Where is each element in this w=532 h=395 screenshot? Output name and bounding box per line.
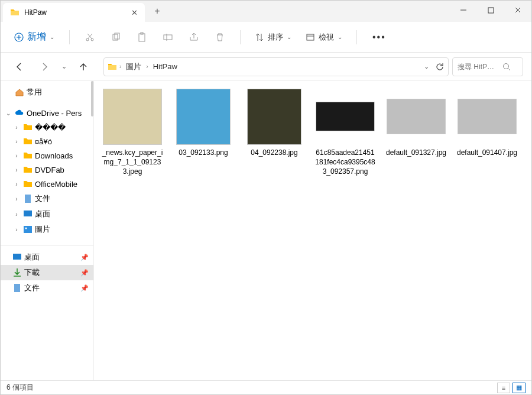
chevron-down-icon: ⌄ [338,34,342,40]
cut-button[interactable] [79,27,100,48]
chevron-down-icon: ⌄ [50,34,54,40]
file-grid: _news.kcy_paper_img_7_1_1_091233.jpeg03_… [101,87,524,177]
close-button[interactable] [504,1,531,20]
breadcrumb-seg[interactable]: HitPaw [151,61,180,72]
file-item[interactable]: default_091407.jpg [456,87,518,177]
sidebar-item-documents-pinned[interactable]: 文件 📌 [1,280,93,296]
more-button[interactable]: ••• [366,30,392,45]
sidebar-item-home[interactable]: 常用 [1,85,93,100]
details-view-button[interactable]: ≡ [497,383,510,393]
file-name: 03_092133.png [179,148,228,157]
expander-icon[interactable]: ⌄ [4,110,12,116]
sidebar-item-folder[interactable]: › OfficeMobile [1,177,93,191]
expander-icon[interactable]: › [12,226,21,233]
sidebar-item-downloads-pinned[interactable]: 下載 📌 [1,265,93,280]
status-bar: 6 個項目 ≡ ▦ [1,380,531,394]
pin-icon: 📌 [80,269,89,277]
desktop-icon [23,209,33,219]
maximize-button[interactable] [477,1,504,20]
copy-icon [111,32,121,43]
svg-rect-16 [14,284,20,292]
close-icon[interactable]: ✕ [131,8,138,17]
scrollbar[interactable] [91,81,93,116]
folder-icon [23,151,33,160]
sidebar-item-onedrive[interactable]: ⌄ OneDrive - Pers [1,106,93,120]
tab-active[interactable]: HitPaw ✕ [3,3,145,22]
sidebar-item-folder[interactable]: › DVDFab [1,163,93,177]
expander-icon[interactable]: › [12,196,21,202]
expander-icon[interactable]: › [12,138,21,145]
pictures-icon [23,225,33,234]
folder-icon [23,122,33,132]
view-switch: ≡ ▦ [497,383,525,393]
paste-button[interactable] [131,27,153,48]
file-name: 61c85aadea21451181fec4ca9395c483_092357.… [314,148,377,177]
sidebar-item-desktop[interactable]: › 桌面 [1,206,93,222]
back-button[interactable] [9,56,30,77]
file-thumbnail [103,87,162,146]
address-bar[interactable]: › 圖片 › HitPaw ⌄ [103,57,449,76]
expander-icon[interactable]: › [12,167,21,173]
svg-rect-0 [488,8,494,13]
expander-icon[interactable]: › [12,181,21,187]
file-thumbnail [387,87,446,146]
minimize-button[interactable] [450,1,477,20]
command-toolbar: 新增 ⌄ 排序 ⌄ 檢視 ⌄ ••• [1,22,531,53]
svg-point-10 [504,63,509,69]
recent-button[interactable]: ⌄ [59,56,69,77]
sidebar-item-folder[interactable]: › ¤å¥ó [1,134,93,148]
folder-icon [23,179,33,189]
expander-icon[interactable]: › [12,124,21,131]
document-icon [12,283,22,293]
paste-icon [137,32,147,43]
folder-icon [108,62,117,72]
file-item[interactable]: 03_092133.png [172,87,235,177]
sidebar-item-pictures[interactable]: › 圖片 [1,222,93,237]
svg-rect-6 [139,34,145,41]
quick-access-section: 桌面 📌 下載 📌 文件 📌 [1,245,93,296]
file-item[interactable]: 04_092238.jpg [243,87,306,177]
file-thumbnail [458,87,517,146]
tree-label: 桌面 [35,209,90,219]
view-icon [306,33,315,42]
view-button[interactable]: 檢視 ⌄ [301,30,347,45]
file-pane[interactable]: _news.kcy_paper_img_7_1_1_091233.jpeg03_… [94,81,531,380]
icons-view-button[interactable]: ▦ [512,383,525,393]
rename-button[interactable] [157,27,179,48]
sidebar-item-documents[interactable]: › 文件 [1,191,93,206]
delete-button[interactable] [209,27,231,48]
plus-circle-icon [14,33,24,42]
file-name: _news.kcy_paper_img_7_1_1_091233.jpeg [101,148,164,177]
sort-button[interactable]: 排序 ⌄ [250,30,296,45]
search-box[interactable] [452,57,523,76]
file-name: default_091407.jpg [457,148,517,157]
new-label: 新增 [27,31,46,43]
file-thumbnail [174,87,233,146]
new-button[interactable]: 新增 ⌄ [9,28,60,46]
forward-button[interactable] [34,56,55,77]
expander-icon[interactable]: › [12,153,21,159]
refresh-icon[interactable] [435,62,445,72]
desktop-icon [12,252,22,262]
file-item[interactable]: 61c85aadea21451181fec4ca9395c483_092357.… [314,87,377,177]
search-input[interactable] [458,63,499,71]
new-tab-button[interactable]: + [148,6,166,17]
expander-icon[interactable]: › [12,211,21,218]
explorer-window: HitPaw ✕ + 新增 ⌄ 排序 ⌄ [0,0,532,395]
copy-button[interactable] [105,27,126,48]
tab-strip: HitPaw ✕ + [1,1,166,22]
chevron-down-icon[interactable]: ⌄ [424,63,429,70]
file-item[interactable]: default_091327.jpg [385,87,447,177]
trash-icon [215,32,225,43]
sidebar-item-folder[interactable]: › Downloads [1,148,93,163]
up-button[interactable] [73,56,94,77]
file-item[interactable]: _news.kcy_paper_img_7_1_1_091233.jpeg [101,87,164,177]
arrow-left-icon [15,62,24,72]
tree-label: Downloads [35,151,90,160]
sidebar-item-desktop-pinned[interactable]: 桌面 📌 [1,250,93,265]
item-count: 6 個項目 [7,383,34,393]
breadcrumb-seg[interactable]: 圖片 [124,60,144,73]
cut-icon [85,32,95,43]
share-button[interactable] [183,27,205,48]
sidebar-item-folder[interactable]: › ���� [1,120,93,134]
